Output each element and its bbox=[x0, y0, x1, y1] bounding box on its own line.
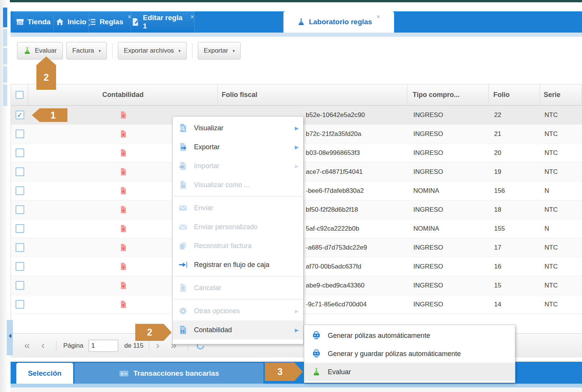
bottom-tab-label: Selección bbox=[28, 369, 62, 378]
home-icon bbox=[56, 18, 64, 26]
cell-serie: NTC bbox=[540, 263, 582, 270]
menu-item-label: Cancelar bbox=[194, 284, 299, 292]
next-page-button[interactable]: › bbox=[156, 340, 160, 351]
left-collapsed-panel-handle[interactable] bbox=[3, 8, 7, 27]
menu-item-visualizar[interactable]: Visualizar▶ bbox=[173, 119, 303, 137]
row-checkbox[interactable] bbox=[16, 300, 24, 309]
prev-page-button[interactable]: ‹ bbox=[41, 340, 45, 351]
column-header-tipo-compro[interactable]: Tipo compro... bbox=[407, 84, 489, 105]
check-icon: ✓ bbox=[17, 111, 22, 119]
row-checkbox[interactable] bbox=[16, 281, 24, 290]
factura-button[interactable]: Factura▾ bbox=[66, 42, 107, 59]
dropdown-arrow-icon: ▾ bbox=[178, 48, 181, 53]
row-checkbox[interactable] bbox=[16, 243, 24, 252]
exportar-archivos-button[interactable]: Exportar archivos▾ bbox=[118, 42, 187, 59]
cell-tipo-comprobante: INGRESO bbox=[407, 282, 489, 289]
doc-error-icon: × bbox=[119, 111, 127, 119]
column-header-label: Contabilidad bbox=[102, 91, 144, 99]
robot-icon bbox=[312, 349, 321, 358]
bottom-tab-seleccion[interactable]: Selección bbox=[16, 363, 73, 384]
doc-error-icon: × bbox=[119, 130, 127, 138]
tab-reglas[interactable]: 12Reglas✕ bbox=[89, 11, 131, 33]
cell-serie: NTC bbox=[540, 168, 582, 176]
submenu-item-generar-y-guardar-polizas-automaticamente[interactable]: Generar y guardar pólizas automáticament… bbox=[304, 345, 515, 363]
page-bottom-margin bbox=[11, 387, 582, 392]
row-checkbox[interactable] bbox=[16, 186, 24, 195]
panel-collapse-handle[interactable] bbox=[7, 320, 13, 355]
cell-tipo-comprobante: INGRESO bbox=[407, 111, 489, 119]
cell-select bbox=[11, 281, 28, 290]
svg-text:$: $ bbox=[181, 330, 183, 333]
menu-item-exportar[interactable]: Exportar▶ bbox=[173, 137, 303, 156]
tab-editar-regla-1[interactable]: Editar regla 1✕ bbox=[131, 11, 195, 33]
close-icon[interactable]: ✕ bbox=[376, 14, 380, 20]
column-header-folio[interactable]: Folio bbox=[489, 84, 540, 105]
tab-inicio[interactable]: Inicio bbox=[54, 11, 89, 33]
edit-icon bbox=[131, 18, 139, 26]
first-page-button[interactable]: « bbox=[24, 340, 30, 351]
menu-item-otras-opciones: Otras opciones▶ bbox=[173, 301, 303, 320]
row-checkbox[interactable] bbox=[16, 167, 24, 176]
column-header-contabilidad[interactable]: Contabilidad bbox=[28, 84, 218, 105]
column-header-folio-fiscal[interactable]: Folio fiscal bbox=[218, 84, 407, 105]
cell-folio: 156 bbox=[489, 187, 540, 195]
cell-folio: 22 bbox=[489, 111, 540, 119]
page-input[interactable] bbox=[89, 340, 118, 352]
doc-error-icon: × bbox=[119, 168, 127, 176]
row-checkbox[interactable]: ✓ bbox=[16, 111, 24, 119]
svg-text:×: × bbox=[122, 114, 124, 118]
column-header-label: Folio fiscal bbox=[222, 91, 257, 99]
menu-item-label: Exportar bbox=[194, 143, 288, 151]
grid-header-row: ContabilidadFolio fiscalTipo compro...Fo… bbox=[11, 84, 582, 106]
submenu-item-generar-polizas-automaticamente[interactable]: Generar pólizas automáticamente bbox=[304, 326, 515, 345]
button-label: Exportar bbox=[204, 47, 228, 55]
tab-laboratorio-reglas[interactable]: Laboratorio reglas✕ bbox=[283, 11, 394, 33]
flask-green-icon bbox=[23, 47, 31, 55]
tab-label: Editar regla 1 bbox=[143, 14, 186, 30]
button-label: Exportar archivos bbox=[124, 47, 174, 55]
svg-text:×: × bbox=[122, 246, 124, 250]
menu-item-label: Registrar en flujo de caja bbox=[194, 261, 299, 269]
menu-item-label: Visualizar bbox=[194, 124, 288, 132]
column-header-select[interactable] bbox=[11, 84, 28, 105]
evaluar-button[interactable]: Evaluar bbox=[17, 42, 63, 59]
row-checkbox[interactable] bbox=[16, 262, 24, 271]
row-checkbox[interactable] bbox=[16, 148, 24, 157]
cell-serie: NTC bbox=[540, 149, 582, 157]
toolbar-separator bbox=[112, 44, 113, 58]
tab-tienda[interactable]: Tienda bbox=[13, 11, 54, 33]
toolbar-separator bbox=[192, 44, 192, 58]
row-checkbox[interactable] bbox=[16, 224, 24, 233]
svg-text:1: 1 bbox=[89, 18, 91, 22]
cell-select: ✓ bbox=[11, 111, 28, 119]
column-header-label: Folio bbox=[493, 91, 510, 99]
left-panel-strip-segment bbox=[3, 66, 7, 83]
doc-error-icon: × bbox=[119, 300, 127, 308]
submenu-arrow-icon: ▶ bbox=[295, 163, 299, 169]
row-checkbox[interactable] bbox=[16, 130, 24, 138]
exportar-button[interactable]: Exportar▾ bbox=[198, 42, 241, 59]
menu-item-enviar: Enviar bbox=[173, 198, 303, 217]
doc-error-icon: × bbox=[119, 262, 127, 270]
column-header-serie[interactable]: Serie bbox=[540, 84, 582, 105]
cell-tipo-comprobante: INGRESO bbox=[407, 130, 489, 138]
cell-tipo-comprobante: INGRESO bbox=[407, 168, 489, 176]
submenu-arrow-icon: ▶ bbox=[295, 327, 299, 333]
dropdown-arrow-icon: ▾ bbox=[233, 48, 235, 53]
select-all-checkbox[interactable] bbox=[16, 91, 23, 99]
submenu-item-evaluar[interactable]: Evaluar bbox=[304, 363, 515, 381]
bottom-tab-transacciones-bancarias[interactable]: $ Transacciones bancarias bbox=[75, 363, 263, 384]
close-icon[interactable]: ✕ bbox=[190, 14, 194, 20]
menu-item-registrar-en-flujo-de-caja[interactable]: Registrar en flujo de caja bbox=[173, 255, 303, 274]
tab-label: Inicio bbox=[67, 18, 86, 26]
row-checkbox[interactable] bbox=[16, 205, 24, 214]
doc-error-icon: × bbox=[119, 187, 127, 195]
cell-tipo-comprobante: INGRESO bbox=[407, 149, 489, 157]
bottom-bar-underline bbox=[11, 384, 582, 387]
menu-item-enviar-personalizado: Enviar personalizado bbox=[173, 217, 303, 236]
menu-item-label: Enviar bbox=[194, 204, 299, 212]
tab-label: Laboratorio reglas bbox=[309, 18, 372, 26]
svg-text:×: × bbox=[122, 170, 124, 175]
menu-item-contabilidad[interactable]: $Contabilidad▶ bbox=[173, 320, 303, 339]
tab-label: Reglas bbox=[100, 18, 123, 26]
